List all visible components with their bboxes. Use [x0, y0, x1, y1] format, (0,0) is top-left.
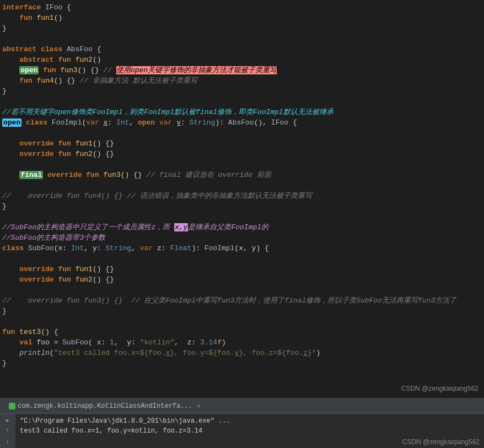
code-line-24: class SubFoo(x: Int, y: String, var z: F… — [0, 243, 484, 253]
code-line-10 — [0, 96, 484, 107]
code-line-28 — [0, 285, 484, 295]
code-line-7: open fun fun3() {} // 使用open关键字修饰的非抽象方法才… — [0, 65, 484, 75]
code-line-2: fun fun1() — [0, 13, 484, 23]
code-line-23: //SubFoo的主构造器带3个参数 — [0, 233, 484, 243]
code-line-26: override fun fun1() {} — [0, 264, 484, 274]
code-line-21 — [0, 212, 484, 222]
run-icon — [9, 403, 15, 409]
csdn-watermark: CSDN @zengkaiqiang562 — [402, 438, 480, 446]
run-stop-button[interactable]: ↑ — [3, 427, 13, 435]
run-tab: com.zengk.koltinapp.KotlinClassAndInterf… — [0, 398, 484, 414]
code-line-35: } — [0, 358, 484, 369]
run-scroll-button[interactable]: ↓ — [3, 438, 13, 446]
code-line-22: //SubFoo的主构造器中只定义了一个成员属性z，而 x,y是继承自父类Foo… — [0, 222, 484, 233]
code-line-34: println("test3 called foo.x=${foo.x}, fo… — [0, 348, 484, 358]
code-line-5: abstract class AbsFoo { — [0, 44, 484, 55]
code-line-33: val foo = SubFoo( x: 1, y: "kotlin", z: … — [0, 337, 484, 348]
run-panel: com.zengk.koltinapp.KotlinClassAndInterf… — [0, 398, 484, 448]
code-line-19: // override fun fun4() {} // 语法错误，抽象类中的非… — [0, 191, 484, 201]
code-line-17: final override fun fun3() {} // final 建议… — [0, 170, 484, 180]
code-line-16 — [0, 159, 484, 170]
run-tab-item[interactable]: com.zengk.koltinapp.KotlinClassAndInterf… — [4, 402, 205, 410]
code-line-12: open class FooImpl(var x: Int, open var … — [0, 117, 484, 128]
code-editor: interface IFoo { fun fun1() } abstract c… — [0, 0, 484, 398]
code-line-18 — [0, 180, 484, 191]
code-line-20: } — [0, 201, 484, 212]
code-line-13 — [0, 128, 484, 138]
code-line-8: fun fun4() {} // 非抽象方法 默认无法被子类重写 — [0, 75, 484, 86]
run-line-1: "C:\Program Files\Java\jdk1.8.0_201\bin\… — [20, 416, 391, 426]
run-tab-label: com.zengk.koltinapp.KotlinClassAndInterf… — [18, 402, 192, 410]
code-line-27: override fun fun2() {} — [0, 274, 484, 285]
code-line-9: } — [0, 86, 484, 96]
code-line-4 — [0, 34, 484, 44]
run-body: ▶ ↑ ↓ "C:\Program Files\Java\jdk1.8.0_20… — [0, 414, 484, 448]
run-tab-close[interactable]: ✕ — [197, 402, 201, 410]
watermark: CSDN @zengkaiqiang562 — [401, 385, 478, 392]
code-line-25 — [0, 253, 484, 264]
run-sidebar: ▶ ↑ ↓ — [0, 414, 15, 448]
code-line-14: override fun fun1() {} — [0, 138, 484, 149]
run-content: "C:\Program Files\Java\jdk1.8.0_201\bin\… — [15, 414, 396, 448]
code-line-11: //若不用关键字open修饰类FooImpl，则类FooImpl默认被final… — [0, 107, 484, 117]
run-line-2: test3 called foo.x=1, foo.y=kotlin, foo.… — [20, 426, 391, 436]
code-line-1: interface IFoo { — [0, 2, 484, 13]
code-line-29: // override fun fun3() {} // 在父类FooImpl中… — [0, 295, 484, 306]
code-line-6: abstract fun fun2() — [0, 55, 484, 65]
code-line-3: } — [0, 23, 484, 34]
code-line-31 — [0, 316, 484, 327]
code-line-15: override fun fun2() {} — [0, 149, 484, 159]
code-line-32: fun test3() { — [0, 327, 484, 337]
run-play-button[interactable]: ▶ — [3, 416, 13, 424]
code-line-30: } — [0, 306, 484, 316]
